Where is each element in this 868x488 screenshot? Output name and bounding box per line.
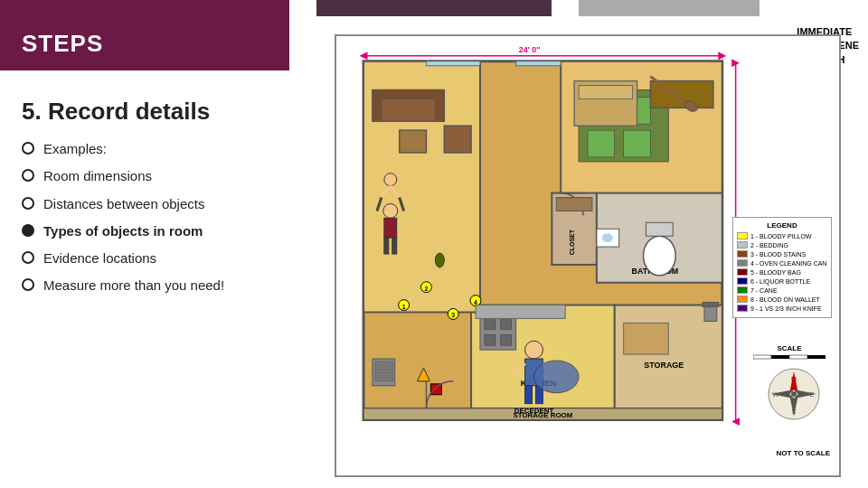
svg-rect-40 bbox=[400, 130, 427, 153]
bar-purple bbox=[0, 0, 289, 16]
svg-rect-69 bbox=[476, 305, 565, 319]
right-panel: IMMEDIATE CRIME SCENE SKETCH 24' 0" 24' … bbox=[326, 16, 868, 488]
svg-rect-29 bbox=[501, 334, 512, 345]
bar-gray bbox=[579, 0, 760, 16]
legend-box: LEGEND 1 - BLOODY PILLOW 2 - BEDDING 3 -… bbox=[732, 217, 832, 318]
legend-item-7: 7 - CANE bbox=[737, 286, 827, 294]
svg-point-93 bbox=[791, 391, 797, 397]
svg-rect-65 bbox=[426, 61, 480, 66]
svg-rect-52 bbox=[392, 238, 397, 254]
svg-rect-26 bbox=[485, 318, 495, 329]
svg-rect-61 bbox=[430, 384, 441, 395]
legend-item-3: 3 - BLOOD STAINS bbox=[737, 250, 827, 258]
bullet-circle-types bbox=[22, 224, 34, 237]
svg-rect-36 bbox=[373, 90, 444, 99]
legend-item-8: 8 - BLOOD ON WALLET bbox=[737, 296, 827, 303]
bullet-room-dimensions: Room dimensions bbox=[22, 167, 311, 185]
svg-point-22 bbox=[602, 233, 613, 242]
bar-gap2 bbox=[552, 0, 579, 16]
not-to-scale-label: NOT TO SCALE bbox=[777, 449, 830, 457]
svg-point-49 bbox=[383, 203, 398, 218]
svg-point-19 bbox=[643, 236, 675, 276]
compass-rose: N S E W bbox=[767, 367, 821, 421]
svg-rect-76 bbox=[375, 372, 393, 381]
bar-dark bbox=[316, 0, 552, 16]
svg-rect-13 bbox=[579, 86, 633, 99]
bullet-types: Types of objects in room bbox=[22, 222, 311, 240]
svg-rect-71 bbox=[703, 303, 719, 307]
bullet-examples: Examples: bbox=[22, 140, 311, 158]
bullet-circle-distances bbox=[22, 197, 34, 210]
legend-item-5: 5 - BLOODY BAG bbox=[737, 268, 827, 276]
svg-point-41 bbox=[525, 341, 543, 359]
svg-rect-10 bbox=[588, 130, 615, 157]
svg-rect-20 bbox=[646, 222, 673, 236]
svg-rect-11 bbox=[624, 130, 651, 157]
legend-item-2: 2 - BEDDING bbox=[737, 241, 827, 249]
svg-rect-73 bbox=[624, 323, 669, 354]
legend-item-1: 1 - BLOODY PILLOW bbox=[737, 232, 827, 239]
svg-text:S: S bbox=[791, 408, 796, 416]
top-bars bbox=[0, 0, 868, 16]
legend-color-7 bbox=[737, 286, 748, 294]
left-panel: 5. Record details Examples: Room dimensi… bbox=[0, 16, 326, 488]
svg-text:DECEDENT: DECEDENT bbox=[514, 407, 554, 415]
bullet-distances: Distances between objects bbox=[22, 195, 311, 213]
legend-color-4 bbox=[737, 259, 748, 267]
svg-rect-28 bbox=[485, 334, 495, 345]
svg-rect-38 bbox=[435, 90, 444, 122]
svg-point-64 bbox=[435, 253, 444, 267]
svg-rect-50 bbox=[384, 218, 397, 238]
svg-rect-85 bbox=[771, 355, 789, 359]
legend-item-6: 6 - LIQUOR BOTTLE bbox=[737, 277, 827, 285]
svg-text:2: 2 bbox=[425, 286, 429, 292]
legend-title: LEGEND bbox=[737, 221, 827, 230]
svg-rect-86 bbox=[789, 355, 807, 359]
bullet-list: Examples: Room dimensions Distances betw… bbox=[22, 140, 311, 296]
svg-text:3: 3 bbox=[451, 312, 455, 318]
svg-point-78 bbox=[384, 174, 397, 186]
svg-text:4: 4 bbox=[474, 299, 477, 305]
svg-text:W: W bbox=[772, 390, 779, 399]
legend-color-8 bbox=[737, 296, 748, 303]
svg-text:STORAGE: STORAGE bbox=[644, 361, 684, 370]
section-title: 5. Record details bbox=[22, 98, 311, 126]
svg-rect-43 bbox=[525, 386, 533, 404]
svg-text:1: 1 bbox=[402, 304, 406, 310]
svg-rect-87 bbox=[807, 355, 826, 359]
svg-rect-66 bbox=[516, 61, 561, 66]
bullet-evidence: Evidence locations bbox=[22, 249, 311, 267]
svg-rect-72 bbox=[556, 198, 592, 211]
svg-rect-84 bbox=[753, 355, 771, 359]
legend-color-5 bbox=[737, 268, 748, 276]
legend-color-9 bbox=[737, 305, 748, 312]
bar-gap1 bbox=[289, 0, 316, 16]
bullet-circle-measure bbox=[22, 278, 34, 291]
svg-rect-37 bbox=[373, 90, 382, 122]
svg-point-47 bbox=[533, 361, 579, 393]
legend-color-2 bbox=[737, 241, 748, 249]
svg-text:CLOSET: CLOSET bbox=[569, 229, 575, 255]
svg-rect-75 bbox=[375, 361, 393, 371]
bullet-circle-examples bbox=[22, 142, 34, 155]
scale-label: SCALE bbox=[753, 344, 826, 362]
sketch-container: 24' 0" 24' 0" bbox=[335, 34, 841, 477]
svg-rect-27 bbox=[501, 318, 512, 329]
bullet-circle-room bbox=[22, 169, 34, 182]
svg-text:N: N bbox=[791, 375, 797, 383]
svg-text:24' 0": 24' 0" bbox=[519, 45, 541, 54]
legend-item-9: 9 - 1 VS 2/3 INCH KNIFE bbox=[737, 305, 827, 312]
svg-text:E: E bbox=[809, 390, 814, 399]
legend-color-6 bbox=[737, 277, 748, 285]
bullet-circle-evidence bbox=[22, 251, 34, 264]
svg-rect-39 bbox=[444, 126, 471, 153]
legend-color-3 bbox=[737, 250, 748, 258]
content-area: 5. Record details Examples: Room dimensi… bbox=[0, 16, 868, 488]
svg-rect-51 bbox=[384, 238, 389, 254]
legend-item-4: 4 - OVEN CLEANING CAN bbox=[737, 259, 827, 267]
legend-color-1 bbox=[737, 232, 748, 239]
bullet-measure: Measure more than you need! bbox=[22, 277, 311, 295]
svg-rect-70 bbox=[704, 305, 717, 322]
